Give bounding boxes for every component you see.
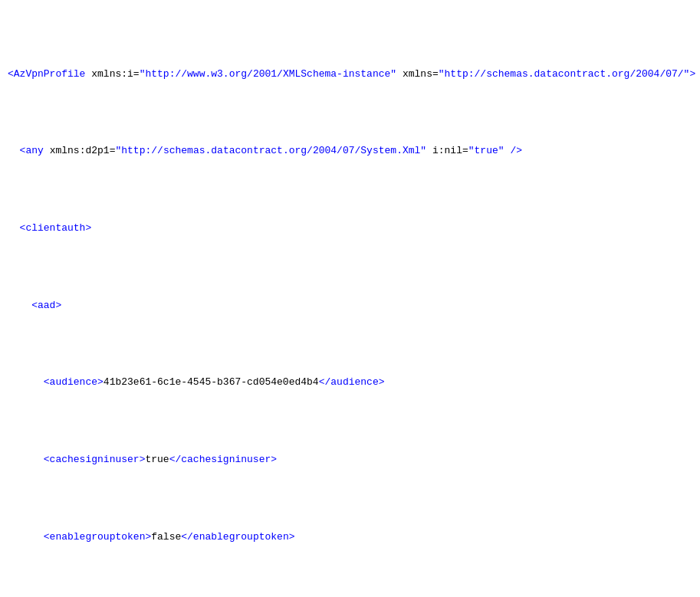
xml-line-7: <enablegrouptoken>false</enablegrouptoke…	[6, 530, 694, 545]
xml-tag-open: <enablegrouptoken>	[44, 531, 151, 543]
xml-tag-close: </audience>	[319, 376, 385, 388]
xml-line-6: <cachesigninuser>true</cachesigninuser>	[6, 452, 694, 467]
xml-tag-selfclose: />	[510, 145, 522, 156]
xml-attr-val: "true"	[468, 145, 504, 156]
xml-content: <AzVpnProfile xmlns:i="http://www.w3.org…	[0, 3, 700, 597]
xml-attr-val: "http://schemas.datacontract.org/2004/07…	[439, 68, 690, 80]
xml-tag-close: </enablegrouptoken>	[181, 531, 294, 543]
xml-line-3: <clientauth>	[6, 221, 694, 236]
xml-line-2: <any xmlns:d2p1="http://schemas.datacont…	[6, 143, 694, 159]
xml-attr-val: "http://www.w3.org/2001/XMLSchema-instan…	[140, 68, 396, 80]
xml-text: false	[151, 531, 181, 543]
xml-tag: <clientauth>	[20, 222, 92, 234]
xml-text: 41b23e61-6c1e-4545-b367-cd054e0ed4b4	[104, 376, 319, 388]
xml-line-4: <aad>	[6, 298, 694, 313]
xml-tag-open: <audience>	[44, 376, 104, 388]
xml-tag: <AzVpnProfile	[8, 68, 85, 80]
xml-tag-close: >	[689, 68, 695, 80]
xml-attr: xmlns:d2p1=	[50, 145, 116, 156]
xml-line-1: <AzVpnProfile xmlns:i="http://www.w3.org…	[6, 67, 694, 82]
xml-text: true	[145, 454, 169, 465]
xml-tag-open: <cachesigninuser>	[44, 454, 146, 465]
xml-line-5: <audience>41b23e61-6c1e-4545-b367-cd054e…	[6, 375, 694, 390]
xml-attr: i:nil=	[432, 145, 468, 156]
xml-attr: xmlns=	[403, 68, 439, 80]
xml-attr-val: "http://schemas.datacontract.org/2004/07…	[115, 145, 426, 156]
xml-tag: <any	[20, 145, 44, 156]
xml-tag: <aad>	[31, 300, 61, 311]
xml-attr: xmlns:i=	[91, 68, 139, 80]
xml-tag-close: </cachesigninuser>	[169, 454, 277, 465]
